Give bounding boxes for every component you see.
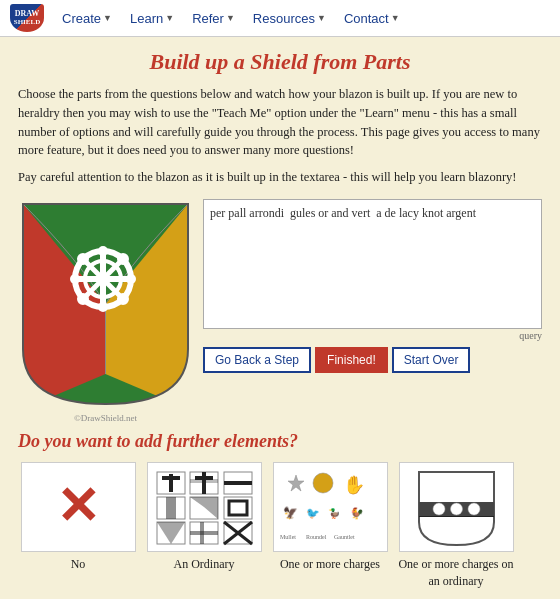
logo-line2: SHIELD bbox=[14, 19, 40, 27]
shield-credit: ©DrawShield.net bbox=[18, 413, 193, 423]
navbar: DRAW SHIELD Create ▼ Learn ▼ Refer ▼ Res… bbox=[0, 0, 560, 37]
svg-point-51 bbox=[433, 503, 445, 515]
shield-area: ©DrawShield.net per pall arrondi gules o… bbox=[18, 199, 542, 423]
svg-rect-25 bbox=[224, 481, 252, 485]
svg-text:🐓: 🐓 bbox=[350, 506, 364, 520]
option-no-image[interactable]: ✕ bbox=[21, 462, 136, 552]
intro-text: Choose the parts from the questions belo… bbox=[18, 85, 542, 160]
main-content: Build up a Shield from Parts Choose the … bbox=[0, 37, 560, 599]
svg-point-53 bbox=[468, 503, 480, 515]
option-charges-label: One or more charges bbox=[280, 556, 380, 573]
query-label: query bbox=[203, 330, 542, 341]
svg-marker-40 bbox=[288, 475, 304, 491]
ordinary-svg bbox=[152, 467, 257, 547]
refer-arrow-icon: ▼ bbox=[226, 13, 235, 23]
svg-point-11 bbox=[70, 274, 80, 284]
logo[interactable]: DRAW SHIELD bbox=[10, 4, 44, 32]
blazon-textarea[interactable]: per pall arrondi gules or and vert a de … bbox=[203, 199, 542, 329]
svg-text:Gauntlet: Gauntlet bbox=[334, 534, 355, 540]
add-elements-title: Do you want to add further elements? bbox=[18, 431, 542, 452]
option-charges-on-ordinary-label: One or more charges on an ordinary bbox=[396, 556, 516, 590]
svg-rect-27 bbox=[166, 497, 176, 519]
charges-on-ordinary-svg bbox=[404, 467, 509, 547]
nav-learn[interactable]: Learn ▼ bbox=[130, 11, 174, 26]
svg-text:🐦: 🐦 bbox=[306, 506, 320, 520]
option-charges-on-ordinary: One or more charges on an ordinary bbox=[396, 462, 516, 590]
svg-point-10 bbox=[98, 302, 108, 312]
charges-svg: ✋ 🦅 🐦 🦆 🐓 Mullet Roundel Gauntlet bbox=[278, 467, 383, 547]
option-no: ✕ No bbox=[18, 462, 138, 573]
back-button[interactable]: Go Back a Step bbox=[203, 347, 311, 373]
svg-text:✋: ✋ bbox=[343, 474, 366, 496]
option-ordinary: An Ordinary bbox=[144, 462, 264, 573]
no-cross-icon: ✕ bbox=[56, 481, 100, 533]
blazon-side: per pall arrondi gules or and vert a de … bbox=[203, 199, 542, 373]
action-buttons: Go Back a Step Finished! Start Over bbox=[203, 347, 542, 373]
nav-contact[interactable]: Contact ▼ bbox=[344, 11, 400, 26]
svg-text:Roundel: Roundel bbox=[306, 534, 327, 540]
options-row: ✕ No bbox=[18, 462, 542, 590]
svg-point-9 bbox=[98, 246, 108, 256]
svg-rect-19 bbox=[169, 474, 173, 492]
nav-refer[interactable]: Refer ▼ bbox=[192, 11, 235, 26]
option-charges-on-ordinary-image[interactable] bbox=[399, 462, 514, 552]
blazon-note: Pay careful attention to the blazon as i… bbox=[18, 168, 542, 187]
contact-arrow-icon: ▼ bbox=[391, 13, 400, 23]
create-arrow-icon: ▼ bbox=[103, 13, 112, 23]
svg-point-52 bbox=[450, 503, 462, 515]
finished-button[interactable]: Finished! bbox=[315, 347, 388, 373]
svg-rect-36 bbox=[200, 522, 204, 544]
shield-image bbox=[18, 199, 193, 409]
option-ordinary-label: An Ordinary bbox=[174, 556, 235, 573]
page-title: Build up a Shield from Parts bbox=[18, 49, 542, 75]
nav-create[interactable]: Create ▼ bbox=[62, 11, 112, 26]
option-no-label: No bbox=[71, 556, 86, 573]
shield-container: ©DrawShield.net bbox=[18, 199, 193, 423]
svg-point-41 bbox=[313, 473, 333, 493]
svg-text:Mullet: Mullet bbox=[280, 534, 296, 540]
option-charges-image[interactable]: ✋ 🦅 🐦 🦆 🐓 Mullet Roundel Gauntlet bbox=[273, 462, 388, 552]
option-charges: ✋ 🦅 🐦 🦆 🐓 Mullet Roundel Gauntlet One or… bbox=[270, 462, 390, 573]
start-over-button[interactable]: Start Over bbox=[392, 347, 471, 373]
option-ordinary-image[interactable] bbox=[147, 462, 262, 552]
svg-point-12 bbox=[126, 274, 136, 284]
svg-text:🦅: 🦅 bbox=[283, 505, 298, 520]
svg-text:🦆: 🦆 bbox=[328, 507, 341, 520]
resources-arrow-icon: ▼ bbox=[317, 13, 326, 23]
svg-rect-23 bbox=[190, 479, 218, 483]
learn-arrow-icon: ▼ bbox=[165, 13, 174, 23]
nav-resources[interactable]: Resources ▼ bbox=[253, 11, 326, 26]
